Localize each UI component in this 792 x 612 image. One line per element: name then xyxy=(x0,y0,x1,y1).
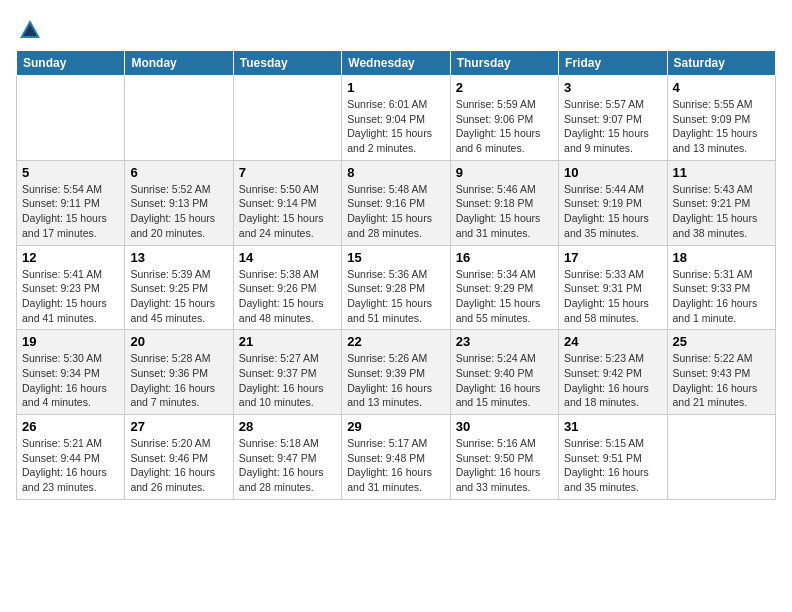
day-number: 13 xyxy=(130,250,227,265)
calendar-cell: 11Sunrise: 5:43 AM Sunset: 9:21 PM Dayli… xyxy=(667,160,775,245)
day-header-tuesday: Tuesday xyxy=(233,51,341,76)
calendar-cell: 15Sunrise: 5:36 AM Sunset: 9:28 PM Dayli… xyxy=(342,245,450,330)
day-info: Sunrise: 5:33 AM Sunset: 9:31 PM Dayligh… xyxy=(564,267,661,326)
day-number: 19 xyxy=(22,334,119,349)
calendar-cell: 8Sunrise: 5:48 AM Sunset: 9:16 PM Daylig… xyxy=(342,160,450,245)
day-info: Sunrise: 5:23 AM Sunset: 9:42 PM Dayligh… xyxy=(564,351,661,410)
day-number: 8 xyxy=(347,165,444,180)
day-number: 9 xyxy=(456,165,553,180)
calendar-cell: 30Sunrise: 5:16 AM Sunset: 9:50 PM Dayli… xyxy=(450,415,558,500)
calendar-cell: 5Sunrise: 5:54 AM Sunset: 9:11 PM Daylig… xyxy=(17,160,125,245)
day-info: Sunrise: 5:46 AM Sunset: 9:18 PM Dayligh… xyxy=(456,182,553,241)
calendar-cell: 13Sunrise: 5:39 AM Sunset: 9:25 PM Dayli… xyxy=(125,245,233,330)
day-info: Sunrise: 5:44 AM Sunset: 9:19 PM Dayligh… xyxy=(564,182,661,241)
day-number: 3 xyxy=(564,80,661,95)
calendar-cell xyxy=(17,76,125,161)
calendar-cell: 27Sunrise: 5:20 AM Sunset: 9:46 PM Dayli… xyxy=(125,415,233,500)
day-number: 31 xyxy=(564,419,661,434)
calendar-cell: 7Sunrise: 5:50 AM Sunset: 9:14 PM Daylig… xyxy=(233,160,341,245)
calendar-cell: 31Sunrise: 5:15 AM Sunset: 9:51 PM Dayli… xyxy=(559,415,667,500)
calendar-cell: 9Sunrise: 5:46 AM Sunset: 9:18 PM Daylig… xyxy=(450,160,558,245)
day-info: Sunrise: 5:16 AM Sunset: 9:50 PM Dayligh… xyxy=(456,436,553,495)
day-info: Sunrise: 5:41 AM Sunset: 9:23 PM Dayligh… xyxy=(22,267,119,326)
page-header xyxy=(16,16,776,44)
logo xyxy=(16,16,48,44)
day-info: Sunrise: 5:27 AM Sunset: 9:37 PM Dayligh… xyxy=(239,351,336,410)
day-number: 23 xyxy=(456,334,553,349)
day-info: Sunrise: 5:55 AM Sunset: 9:09 PM Dayligh… xyxy=(673,97,770,156)
calendar-cell: 28Sunrise: 5:18 AM Sunset: 9:47 PM Dayli… xyxy=(233,415,341,500)
day-info: Sunrise: 5:54 AM Sunset: 9:11 PM Dayligh… xyxy=(22,182,119,241)
day-info: Sunrise: 5:30 AM Sunset: 9:34 PM Dayligh… xyxy=(22,351,119,410)
calendar-cell: 29Sunrise: 5:17 AM Sunset: 9:48 PM Dayli… xyxy=(342,415,450,500)
day-info: Sunrise: 6:01 AM Sunset: 9:04 PM Dayligh… xyxy=(347,97,444,156)
day-info: Sunrise: 5:21 AM Sunset: 9:44 PM Dayligh… xyxy=(22,436,119,495)
calendar-cell: 1Sunrise: 6:01 AM Sunset: 9:04 PM Daylig… xyxy=(342,76,450,161)
day-info: Sunrise: 5:31 AM Sunset: 9:33 PM Dayligh… xyxy=(673,267,770,326)
day-info: Sunrise: 5:15 AM Sunset: 9:51 PM Dayligh… xyxy=(564,436,661,495)
calendar-cell: 22Sunrise: 5:26 AM Sunset: 9:39 PM Dayli… xyxy=(342,330,450,415)
logo-icon xyxy=(16,16,44,44)
day-info: Sunrise: 5:20 AM Sunset: 9:46 PM Dayligh… xyxy=(130,436,227,495)
day-header-friday: Friday xyxy=(559,51,667,76)
day-header-sunday: Sunday xyxy=(17,51,125,76)
calendar-cell xyxy=(125,76,233,161)
day-header-wednesday: Wednesday xyxy=(342,51,450,76)
calendar-cell: 25Sunrise: 5:22 AM Sunset: 9:43 PM Dayli… xyxy=(667,330,775,415)
calendar-cell: 21Sunrise: 5:27 AM Sunset: 9:37 PM Dayli… xyxy=(233,330,341,415)
calendar-cell: 6Sunrise: 5:52 AM Sunset: 9:13 PM Daylig… xyxy=(125,160,233,245)
day-info: Sunrise: 5:57 AM Sunset: 9:07 PM Dayligh… xyxy=(564,97,661,156)
calendar-cell xyxy=(667,415,775,500)
calendar-cell: 2Sunrise: 5:59 AM Sunset: 9:06 PM Daylig… xyxy=(450,76,558,161)
day-info: Sunrise: 5:43 AM Sunset: 9:21 PM Dayligh… xyxy=(673,182,770,241)
day-number: 27 xyxy=(130,419,227,434)
day-info: Sunrise: 5:36 AM Sunset: 9:28 PM Dayligh… xyxy=(347,267,444,326)
calendar-cell: 19Sunrise: 5:30 AM Sunset: 9:34 PM Dayli… xyxy=(17,330,125,415)
day-info: Sunrise: 5:24 AM Sunset: 9:40 PM Dayligh… xyxy=(456,351,553,410)
day-number: 16 xyxy=(456,250,553,265)
calendar: SundayMondayTuesdayWednesdayThursdayFrid… xyxy=(16,50,776,500)
calendar-cell: 14Sunrise: 5:38 AM Sunset: 9:26 PM Dayli… xyxy=(233,245,341,330)
calendar-cell: 10Sunrise: 5:44 AM Sunset: 9:19 PM Dayli… xyxy=(559,160,667,245)
day-number: 21 xyxy=(239,334,336,349)
day-header-thursday: Thursday xyxy=(450,51,558,76)
calendar-cell: 23Sunrise: 5:24 AM Sunset: 9:40 PM Dayli… xyxy=(450,330,558,415)
day-number: 20 xyxy=(130,334,227,349)
day-info: Sunrise: 5:52 AM Sunset: 9:13 PM Dayligh… xyxy=(130,182,227,241)
day-number: 1 xyxy=(347,80,444,95)
day-info: Sunrise: 5:17 AM Sunset: 9:48 PM Dayligh… xyxy=(347,436,444,495)
day-info: Sunrise: 5:39 AM Sunset: 9:25 PM Dayligh… xyxy=(130,267,227,326)
calendar-cell: 26Sunrise: 5:21 AM Sunset: 9:44 PM Dayli… xyxy=(17,415,125,500)
day-info: Sunrise: 5:38 AM Sunset: 9:26 PM Dayligh… xyxy=(239,267,336,326)
day-number: 17 xyxy=(564,250,661,265)
day-number: 26 xyxy=(22,419,119,434)
day-info: Sunrise: 5:18 AM Sunset: 9:47 PM Dayligh… xyxy=(239,436,336,495)
day-info: Sunrise: 5:22 AM Sunset: 9:43 PM Dayligh… xyxy=(673,351,770,410)
day-info: Sunrise: 5:28 AM Sunset: 9:36 PM Dayligh… xyxy=(130,351,227,410)
calendar-cell: 17Sunrise: 5:33 AM Sunset: 9:31 PM Dayli… xyxy=(559,245,667,330)
day-number: 14 xyxy=(239,250,336,265)
day-header-monday: Monday xyxy=(125,51,233,76)
day-number: 22 xyxy=(347,334,444,349)
day-info: Sunrise: 5:34 AM Sunset: 9:29 PM Dayligh… xyxy=(456,267,553,326)
calendar-cell xyxy=(233,76,341,161)
day-number: 7 xyxy=(239,165,336,180)
calendar-cell: 12Sunrise: 5:41 AM Sunset: 9:23 PM Dayli… xyxy=(17,245,125,330)
calendar-cell: 3Sunrise: 5:57 AM Sunset: 9:07 PM Daylig… xyxy=(559,76,667,161)
day-number: 2 xyxy=(456,80,553,95)
day-number: 24 xyxy=(564,334,661,349)
calendar-cell: 16Sunrise: 5:34 AM Sunset: 9:29 PM Dayli… xyxy=(450,245,558,330)
day-number: 12 xyxy=(22,250,119,265)
day-number: 11 xyxy=(673,165,770,180)
day-number: 25 xyxy=(673,334,770,349)
day-number: 4 xyxy=(673,80,770,95)
day-number: 6 xyxy=(130,165,227,180)
day-info: Sunrise: 5:48 AM Sunset: 9:16 PM Dayligh… xyxy=(347,182,444,241)
calendar-cell: 20Sunrise: 5:28 AM Sunset: 9:36 PM Dayli… xyxy=(125,330,233,415)
day-info: Sunrise: 5:50 AM Sunset: 9:14 PM Dayligh… xyxy=(239,182,336,241)
day-info: Sunrise: 5:26 AM Sunset: 9:39 PM Dayligh… xyxy=(347,351,444,410)
day-header-saturday: Saturday xyxy=(667,51,775,76)
day-info: Sunrise: 5:59 AM Sunset: 9:06 PM Dayligh… xyxy=(456,97,553,156)
day-number: 5 xyxy=(22,165,119,180)
day-number: 15 xyxy=(347,250,444,265)
